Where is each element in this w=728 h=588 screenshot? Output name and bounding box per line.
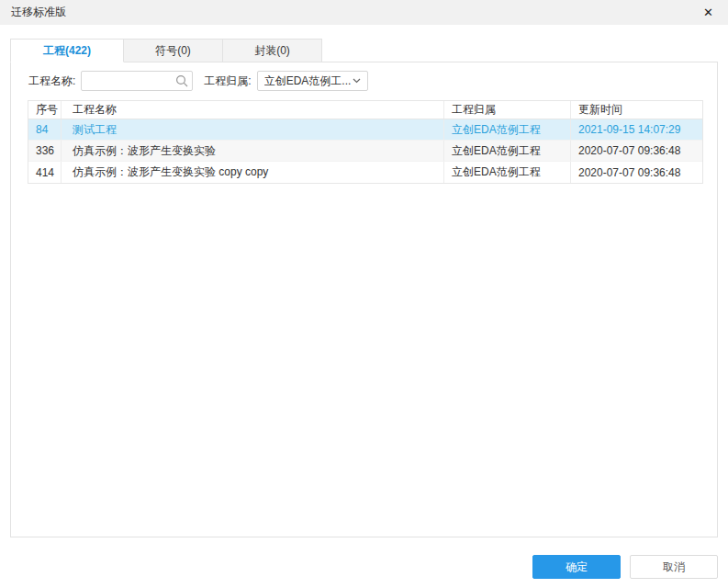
- row-owner-cell: 立创EDA范例工程: [444, 162, 571, 183]
- owner-select-value: 立创EDA范例工...: [264, 74, 352, 89]
- owner-select[interactable]: 立创EDA范例工...: [257, 71, 368, 91]
- table-header: 序号 工程名称 工程归属 更新时间: [28, 101, 702, 119]
- table-row[interactable]: 84 测试工程 立创EDA范例工程 2021-09-15 14:07:29: [28, 119, 702, 141]
- row-id-cell: 336: [28, 141, 62, 161]
- close-icon[interactable]: ✕: [701, 5, 715, 20]
- table-row[interactable]: 414 仿真示例：波形产生变换实验 copy copy 立创EDA范例工程 20…: [28, 162, 702, 183]
- tab-footprints[interactable]: 封装(0): [223, 39, 322, 62]
- migrate-dialog: 迁移标准版 ✕ 工程(422) 符号(0) 封装(0) 工程名称: 工程归属: …: [0, 0, 728, 588]
- confirm-button[interactable]: 确定: [532, 555, 621, 579]
- row-name-cell: 仿真示例：波形产生变换实验: [62, 141, 444, 161]
- table-body: 84 测试工程 立创EDA范例工程 2021-09-15 14:07:29 33…: [28, 119, 702, 183]
- row-owner-cell: 立创EDA范例工程: [444, 141, 571, 161]
- table-row[interactable]: 336 仿真示例：波形产生变换实验 立创EDA范例工程 2020-07-07 0…: [28, 141, 702, 162]
- search-icon: [175, 74, 188, 87]
- tab-projects[interactable]: 工程(422): [10, 39, 124, 62]
- row-updated-cell: 2020-07-07 09:36:48: [571, 141, 702, 161]
- row-id-cell: 84: [28, 119, 62, 140]
- project-name-label: 工程名称:: [28, 74, 75, 89]
- projects-table: 序号 工程名称 工程归属 更新时间 84 测试工程 立创EDA范例工程 2021…: [28, 100, 703, 184]
- tab-symbols[interactable]: 符号(0): [124, 39, 223, 62]
- project-owner-label: 工程归属:: [204, 74, 251, 89]
- filter-row: 工程名称: 工程归属: 立创EDA范例工...: [28, 71, 368, 91]
- row-name-cell: 仿真示例：波形产生变换实验 copy copy: [62, 162, 444, 183]
- column-header-time: 更新时间: [571, 101, 702, 119]
- column-header-name: 工程名称: [62, 101, 444, 119]
- titlebar: 迁移标准版 ✕: [0, 0, 728, 25]
- column-header-id: 序号: [28, 101, 62, 119]
- tab-bar: 工程(422) 符号(0) 封装(0): [10, 39, 322, 62]
- dialog-title: 迁移标准版: [11, 5, 66, 20]
- row-owner-cell: 立创EDA范例工程: [444, 119, 571, 140]
- project-name-search: [81, 71, 193, 91]
- cancel-button[interactable]: 取消: [630, 555, 718, 579]
- column-header-owner: 工程归属: [444, 101, 571, 119]
- row-updated-cell: 2021-09-15 14:07:29: [571, 119, 702, 140]
- chevron-down-icon: [353, 78, 361, 84]
- row-id-cell: 414: [28, 162, 62, 183]
- row-updated-cell: 2020-07-07 09:36:48: [571, 162, 702, 183]
- row-name-cell: 测试工程: [62, 119, 444, 140]
